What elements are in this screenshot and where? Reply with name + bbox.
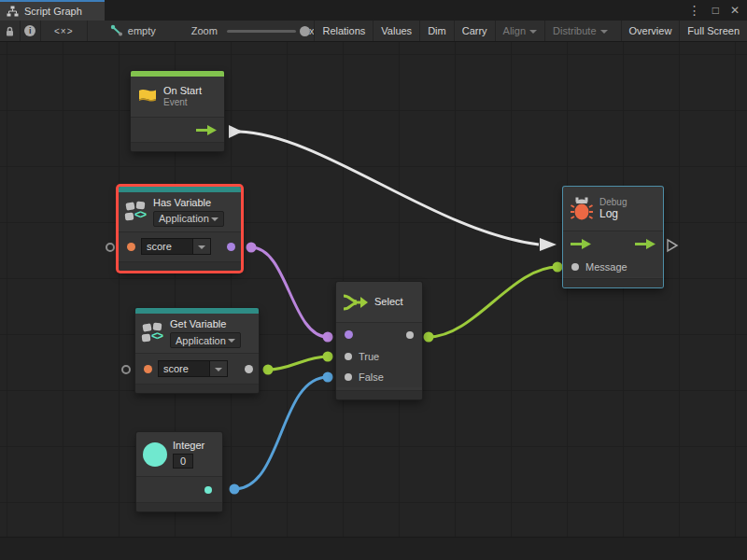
- variable-name-picker[interactable]: [193, 238, 211, 255]
- maximize-icon[interactable]: □: [712, 4, 719, 17]
- variable-name-input[interactable]: [141, 238, 193, 255]
- bug-icon: [570, 196, 594, 221]
- node-debug-log[interactable]: Debug Log Message: [563, 187, 663, 287]
- node-on-start[interactable]: On Start Event: [131, 71, 224, 151]
- chevron-down-icon: [529, 30, 537, 34]
- integer-icon: [143, 442, 167, 467]
- values-button[interactable]: Values: [373, 21, 419, 41]
- flow-arrow-icon: [196, 124, 217, 136]
- integer-output-port[interactable]: [204, 486, 212, 494]
- variable-name-port[interactable]: [127, 243, 135, 251]
- tab-script-graph[interactable]: Script Graph: [0, 0, 105, 21]
- node-footer: [135, 384, 259, 393]
- variable-scope-dropdown[interactable]: Application: [170, 332, 241, 348]
- node-footer: [563, 278, 663, 287]
- variable-name-field[interactable]: [141, 238, 211, 255]
- distribute-dropdown[interactable]: Distribute: [544, 21, 614, 41]
- zoom-slider-knob[interactable]: [300, 26, 310, 36]
- node-title: Has Variable: [153, 197, 224, 209]
- port-label-message: Message: [585, 261, 627, 273]
- graph-name: empty: [128, 25, 156, 36]
- integer-value-input[interactable]: [173, 454, 193, 469]
- chevron-down-icon: [211, 217, 218, 221]
- port-label-false: False: [359, 371, 384, 383]
- code-preview-toggle[interactable]: <×>: [41, 21, 88, 41]
- node-footer: [119, 261, 241, 271]
- lock-button[interactable]: [0, 21, 21, 41]
- graph-toolbar: i <×> empty Zoom 1x Relations Values Dim…: [0, 21, 747, 42]
- canvas-bottom-strip: [0, 537, 747, 560]
- window-menu-icon[interactable]: ⋮: [688, 3, 701, 18]
- overview-button[interactable]: Overview: [621, 21, 680, 41]
- tab-title: Script Graph: [24, 6, 82, 17]
- carry-button[interactable]: Carry: [454, 21, 495, 41]
- node-get-variable[interactable]: <> Get Variable Application: [135, 308, 259, 393]
- chevron-down-icon: [215, 368, 222, 371]
- node-title: Log: [599, 208, 627, 220]
- chevron-down-icon: [228, 339, 235, 343]
- node-subtitle: Event: [163, 97, 202, 108]
- unconnected-port-ring[interactable]: [106, 243, 115, 252]
- flow-output-port[interactable]: [131, 117, 224, 142]
- node-footer: [131, 142, 224, 151]
- variable-name-field[interactable]: [158, 360, 228, 377]
- graph-icon: [7, 6, 19, 17]
- zoom-slider[interactable]: [227, 30, 296, 33]
- node-integer[interactable]: Integer: [136, 432, 222, 511]
- node-footer: [336, 390, 422, 399]
- select-icon: [343, 293, 369, 312]
- relations-button[interactable]: Relations: [314, 21, 373, 41]
- variables-icon: <>: [125, 200, 148, 224]
- tab-bar: Script Graph ⋮ □ ✕: [0, 0, 747, 21]
- variables-icon: <>: [142, 321, 164, 345]
- value-output-port[interactable]: [245, 365, 253, 373]
- node-title: On Start: [163, 85, 202, 97]
- unconnected-port-ring[interactable]: [121, 365, 131, 374]
- variable-name-input[interactable]: [158, 360, 210, 377]
- flow-input-port[interactable]: [571, 238, 591, 250]
- selection-output-port[interactable]: [406, 331, 414, 339]
- inspect-button[interactable]: i: [21, 21, 41, 41]
- condition-input-port[interactable]: [345, 330, 353, 339]
- message-input-port[interactable]: [571, 263, 579, 271]
- bool-output-port[interactable]: [227, 243, 235, 251]
- chevron-down-icon: [600, 30, 608, 34]
- false-input-port[interactable]: [345, 373, 352, 381]
- close-icon[interactable]: ✕: [730, 4, 740, 17]
- chevron-down-icon: [198, 245, 205, 249]
- flag-icon: [137, 87, 158, 107]
- graph-breadcrumb[interactable]: empty: [110, 24, 156, 37]
- node-title: Get Variable: [170, 318, 241, 330]
- variable-name-port[interactable]: [144, 365, 152, 373]
- port-label-true: True: [359, 351, 379, 362]
- graph-asset-icon: [110, 24, 123, 37]
- info-icon: i: [24, 25, 35, 36]
- variable-scope-dropdown[interactable]: Application: [153, 211, 224, 227]
- variable-name-picker[interactable]: [210, 360, 228, 377]
- fullscreen-button[interactable]: Full Screen: [679, 21, 747, 41]
- true-input-port[interactable]: [345, 353, 352, 360]
- node-title: Select: [374, 296, 403, 308]
- integer-value-field[interactable]: [173, 452, 204, 469]
- window-controls: ⋮ □ ✕: [688, 0, 740, 21]
- script-graph-window: Script Graph ⋮ □ ✕ i <×> empty Z: [0, 0, 747, 560]
- node-select[interactable]: Select True False: [336, 282, 422, 399]
- align-dropdown[interactable]: Align: [495, 21, 544, 41]
- lock-icon: [5, 25, 15, 37]
- zoom-label: Zoom: [191, 25, 218, 36]
- dim-button[interactable]: Dim: [419, 21, 454, 41]
- flow-output-port[interactable]: [635, 238, 655, 250]
- node-has-variable[interactable]: <> Has Variable Application: [119, 187, 241, 271]
- node-title: Integer: [173, 440, 204, 452]
- node-footer: [136, 502, 222, 511]
